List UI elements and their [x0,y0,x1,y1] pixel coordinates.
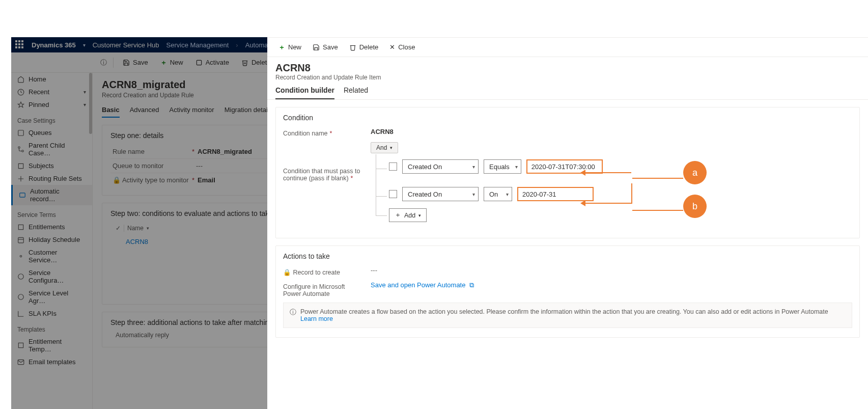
sidebar-item-entitlements[interactable]: Entitlements [11,221,92,233]
tab-migration-details[interactable]: Migration details [225,106,273,118]
save-button[interactable]: Save [118,57,153,68]
column-name[interactable]: Name [127,225,144,232]
sidebar-item-subjects[interactable]: Subjects [11,159,92,172]
routing-icon [17,175,24,182]
section-condition: Condition Condition name* ACRN8 Conditio… [275,107,860,238]
sidebar-item-label: Automatic record… [30,187,86,203]
field-select-value: Created On [408,190,442,198]
configure-pa-label: Configure in Microsoft Power Automate [283,281,365,297]
condition-name-value[interactable]: ACRN8 [371,128,394,135]
add-condition-button[interactable]: ＋Add▾ [389,208,427,222]
record-create-value[interactable]: --- [371,266,377,274]
sidebar-item-home[interactable]: Home [11,73,92,86]
calendar-icon [17,236,24,243]
area-name[interactable]: Customer Service Hub [93,41,159,49]
logical-and-selector[interactable]: And▾ [371,142,398,153]
condition-section-title: Condition [283,114,852,122]
checkmark-icon[interactable]: ✓ [116,225,121,232]
sidebar-item-label: Customer Service… [29,249,86,264]
panel-new-button[interactable]: ＋New [274,41,305,54]
entitlements-icon [17,224,24,231]
svg-rect-0 [197,60,201,65]
panel-save-button[interactable]: Save [309,41,342,53]
arrow-head-icon [580,170,585,176]
new-button[interactable]: ＋New [155,56,188,69]
template-icon [17,342,24,349]
field-select[interactable]: Created On [402,187,479,201]
sidebar-item-customer-service[interactable]: Customer Service… [11,246,92,266]
sidebar-item-pinned[interactable]: Pinned▾ [11,98,92,111]
operator-select[interactable]: On [484,187,512,201]
new-label: New [170,59,183,66]
row-checkbox[interactable] [389,162,397,171]
callout-a: a [580,161,707,184]
activate-label: Activate [206,59,229,66]
panel-tab-related[interactable]: Related [344,86,368,99]
info-text: Power Automate creates a flow based on t… [300,308,828,315]
panel-close-button[interactable]: ✕Close [385,41,419,53]
sidebar-item-queues[interactable]: Queues [11,126,92,139]
chevron-down-icon: ▾ [83,89,86,95]
lock-icon: 🔒 [113,176,122,184]
sidebar-section-templates: Templates [11,320,92,335]
delete-icon [349,44,356,51]
pin-icon [17,101,24,108]
chevron-down-icon[interactable]: ▾ [83,42,86,48]
panel-save-label: Save [323,43,338,51]
value-input-text: 2020-07-31 [522,190,556,198]
sidebar-item-label: Holiday Schedule [29,236,80,243]
condition-pass-label-text: Condition that must pass to continue (pa… [283,168,360,182]
sidebar-item-email-templates[interactable]: Email templates [11,356,92,368]
sidebar-item-service-config[interactable]: Service Configura… [11,266,92,287]
sidebar-item-label: Service Level Agr… [29,289,86,305]
learn-more-link[interactable]: Learn more [300,315,333,322]
operator-select-value: On [489,190,498,198]
sidebar-scrollbar[interactable] [89,73,92,134]
rule-name-label: Rule name [113,148,189,155]
tab-activity-monitor[interactable]: Activity monitor [170,106,214,118]
save-open-power-automate-link[interactable]: Save and open Power Automate ⧉ [371,281,474,289]
required-marker: * [351,175,353,182]
record-create-label-text: Record to create [293,269,340,276]
field-record-to-create: 🔒 Record to create --- [283,266,852,276]
field-condition-name: Condition name* ACRN8 [283,128,852,137]
info-icon[interactable]: ⓘ [98,58,109,67]
sidebar-item-sla-kpis[interactable]: SLA KPIs [11,307,92,320]
lock-icon: 🔒 [283,269,293,276]
row-checkbox[interactable] [389,190,397,198]
arrow-line [632,210,683,211]
section-actions: Actions to take 🔒 Record to create --- C… [275,246,860,338]
sidebar-item-holiday[interactable]: Holiday Schedule [11,233,92,246]
tab-advanced[interactable]: Advanced [130,106,159,118]
field-select[interactable]: Created On [402,159,479,174]
sidebar-item-label: Recent [29,88,49,96]
svg-rect-5 [20,193,25,197]
sidebar-item-label: Service Configura… [29,269,86,284]
field-condition-to-pass: Condition that must pass to continue (pa… [283,142,852,224]
toolbar-divider [113,58,114,68]
operator-select[interactable]: Equals [484,159,521,174]
sidebar-item-sla[interactable]: Service Level Agr… [11,287,92,307]
sidebar-item-routing[interactable]: Routing Rule Sets [11,172,92,185]
panel-close-label: Close [398,43,415,51]
sidebar-item-automatic-record[interactable]: Automatic record… [11,185,92,205]
breadcrumb-service-mgmt[interactable]: Service Management [166,41,229,49]
required-marker: * [192,176,194,184]
panel-tab-condition-builder[interactable]: Condition builder [275,86,334,99]
sidebar-item-label: Entitlements [29,223,65,231]
sidebar-item-entitlement-temp[interactable]: Entitlement Temp… [11,335,92,356]
activate-button[interactable]: Activate [190,57,234,68]
sidebar-item-label: Email templates [29,358,75,366]
tree-branch [376,215,387,216]
sidebar-item-parent-child[interactable]: Parent Child Case… [11,139,92,159]
svg-point-4 [22,150,24,152]
app-launcher-icon[interactable] [15,40,24,49]
brand-name[interactable]: Dynamics 365 [32,41,76,49]
condition-name-label-text: Condition name [283,130,328,137]
tab-basic[interactable]: Basic [102,106,120,118]
sidebar-item-label: Subjects [29,162,54,170]
sidebar-item-recent[interactable]: Recent▾ [11,86,92,98]
tree-line [376,154,376,215]
chevron-down-icon[interactable]: ▾ [147,226,149,231]
panel-delete-button[interactable]: Delete [345,41,383,53]
